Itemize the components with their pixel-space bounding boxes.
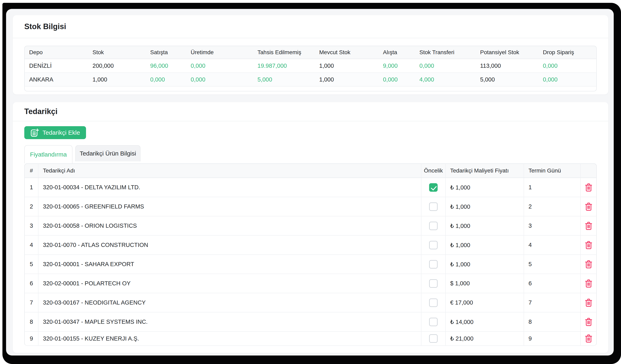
trash-icon <box>585 334 592 343</box>
delete-cell <box>580 313 597 332</box>
supplier-name-cell: 320-01-00034 - DELTA YAZILIM LTD. <box>38 178 421 197</box>
supplier-col-header <box>580 163 597 178</box>
priority-cell <box>421 255 445 274</box>
app-page: Stok Bilgisi DepoStokSatıştaÜretimdeTahs… <box>6 9 614 356</box>
priority-checkbox[interactable] <box>429 279 438 288</box>
delete-supplier-button[interactable] <box>585 260 592 268</box>
delete-supplier-button[interactable] <box>585 298 592 307</box>
stock-cell: 1,000 <box>315 73 379 86</box>
priority-cell <box>421 332 445 346</box>
add-supplier-button-label: Tedarikçi Ekle <box>42 129 80 136</box>
stock-cell: 1,000 <box>88 73 146 86</box>
delete-supplier-button[interactable] <box>585 279 592 288</box>
supplier-name-cell: 320-01-0070 - ATLAS CONSTRUCTION <box>38 236 421 255</box>
supplier-name-cell: 320-01-00065 - GREENFIELD FARMS <box>38 197 421 216</box>
stock-cell: 0,000 <box>415 59 476 73</box>
stock-cell: 113,000 <box>476 59 538 73</box>
priority-cell <box>421 197 445 216</box>
supplier-row: 5320-01-00001 - SAHARA EXPORT₺ 1,0005 <box>24 255 597 274</box>
stock-col-header: Potansiyel Stok <box>476 46 538 59</box>
priority-checkbox[interactable] <box>429 334 438 343</box>
priority-checkbox[interactable] <box>429 222 438 230</box>
delete-supplier-button[interactable] <box>585 334 592 343</box>
stock-cell: 0,000 <box>146 73 186 86</box>
delete-supplier-button[interactable] <box>585 318 592 326</box>
supplier-price-cell: ₺ 14,000 <box>445 313 524 332</box>
stock-cell: 19.987,000 <box>253 59 315 73</box>
supplier-row-number: 5 <box>24 255 38 274</box>
supplier-col-header: Termin Günü <box>524 163 580 178</box>
supplier-col-header: Öncelik <box>421 163 445 178</box>
stock-cell: 200,000 <box>88 59 146 73</box>
delete-supplier-button[interactable] <box>585 202 592 211</box>
supplier-name-cell: 320-01-00347 - MAPLE SYSTEMS INC. <box>38 313 421 332</box>
supplier-row-number: 2 <box>24 197 38 216</box>
delete-supplier-button[interactable] <box>585 222 592 230</box>
stock-table-row: DENİZLİ200,00096,0000,00019.987,0001,000… <box>24 59 597 73</box>
supplier-row: 3320-01-00058 - ORION LOGISTICS₺ 1,0003 <box>24 216 597 236</box>
supplier-section-title: Tedarikçi <box>13 102 608 121</box>
add-note-icon <box>30 128 39 137</box>
supplier-row-number: 7 <box>24 293 38 313</box>
stock-section-title: Stok Bilgisi <box>13 15 608 38</box>
stock-table-row: ANKARA1,0000,0000,0005,0001,0000,0004,00… <box>24 73 597 86</box>
supplier-tabs: FiyatlandırmaTedarikçi Ürün Bilgisi <box>24 145 597 163</box>
priority-cell <box>421 293 445 313</box>
priority-checkbox[interactable] <box>429 183 438 192</box>
delete-cell <box>580 332 597 346</box>
supplier-termin-cell: 6 <box>524 274 580 293</box>
priority-checkbox[interactable] <box>429 318 438 326</box>
stock-cell: 5,000 <box>253 73 315 86</box>
stock-col-header: Depo <box>24 46 88 59</box>
priority-checkbox[interactable] <box>429 298 438 307</box>
supplier-row-number: 9 <box>24 332 38 346</box>
priority-checkbox[interactable] <box>429 260 438 268</box>
supplier-price-cell: ₺ 1,000 <box>445 178 524 197</box>
stock-cell: 4,000 <box>415 73 476 86</box>
supplier-row-number: 6 <box>24 274 38 293</box>
supplier-table-header-row: #Tedarikçi AdıÖncelikTedarikçi Maliyeti … <box>24 163 597 178</box>
supplier-termin-cell: 2 <box>524 197 580 216</box>
supplier-price-cell: € 17,000 <box>445 293 524 313</box>
stock-cell: 0,000 <box>186 73 253 86</box>
supplier-row: 6320-02-00001 - POLARTECH OY$ 1,0006 <box>24 274 597 293</box>
delete-cell <box>580 293 597 313</box>
supplier-name-cell: 320-01-00001 - SAHARA EXPORT <box>38 255 421 274</box>
tab-urun-bilgisi[interactable]: Tedarikçi Ürün Bilgisi <box>75 145 140 161</box>
supplier-price-cell: ₺ 1,000 <box>445 197 524 216</box>
stock-cell: 0,000 <box>538 73 597 86</box>
supplier-row-number: 8 <box>24 313 38 332</box>
stock-col-header: Alışta <box>379 46 415 59</box>
delete-cell <box>580 255 597 274</box>
priority-cell <box>421 178 445 197</box>
trash-icon <box>585 241 592 249</box>
supplier-card: Tedarikçi Tedarikçi Ekle FiyatlandırmaTe… <box>13 102 608 353</box>
supplier-row: 9320-01-00155 - KUZEY ENERJI A.Ş.₺ 21,00… <box>24 332 597 346</box>
stock-cell: 9,000 <box>379 59 415 73</box>
priority-checkbox[interactable] <box>429 241 438 249</box>
stock-cell: ANKARA <box>24 73 88 86</box>
priority-cell <box>421 216 445 236</box>
stock-cell: 96,000 <box>146 59 186 73</box>
supplier-termin-cell: 5 <box>524 255 580 274</box>
trash-icon <box>585 318 592 326</box>
stock-table-footer <box>24 86 597 91</box>
delete-supplier-button[interactable] <box>585 241 592 249</box>
tab-fiyatlandirma[interactable]: Fiyatlandırma <box>24 145 72 163</box>
delete-supplier-button[interactable] <box>585 183 592 192</box>
supplier-col-header: Tedarikçi Adı <box>38 163 421 178</box>
supplier-row-number: 3 <box>24 216 38 236</box>
priority-checkbox[interactable] <box>429 202 438 211</box>
supplier-row: 2320-01-00065 - GREENFIELD FARMS₺ 1,0002 <box>24 197 597 216</box>
supplier-name-cell: 320-01-00155 - KUZEY ENERJI A.Ş. <box>38 332 421 346</box>
stock-card: Stok Bilgisi DepoStokSatıştaÜretimdeTahs… <box>13 15 608 94</box>
stock-cell: 1,000 <box>315 59 379 73</box>
trash-icon <box>585 298 592 307</box>
stock-col-header: Üretimde <box>186 46 253 59</box>
supplier-termin-cell: 9 <box>524 332 580 346</box>
stock-table: DepoStokSatıştaÜretimdeTahsis EdilmemişM… <box>24 46 597 91</box>
supplier-row-number: 4 <box>24 236 38 255</box>
delete-cell <box>580 178 597 197</box>
add-supplier-button[interactable]: Tedarikçi Ekle <box>24 126 86 139</box>
supplier-row: 4320-01-0070 - ATLAS CONSTRUCTION₺ 1,000… <box>24 236 597 255</box>
